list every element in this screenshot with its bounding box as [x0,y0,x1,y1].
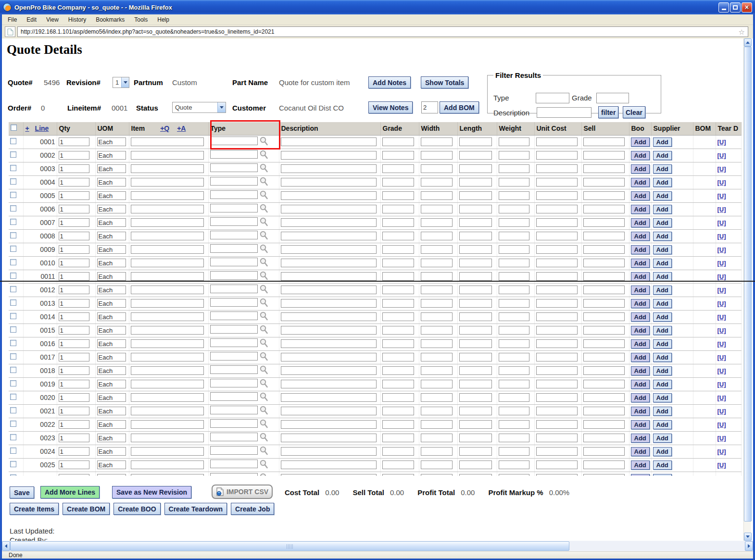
url-input[interactable]: http://192.168.1.101/asp/demo56/index.ph… [17,26,748,37]
add-boo-button[interactable]: Add [631,137,650,147]
filter-type-input[interactable] [536,93,569,103]
item-input[interactable] [131,164,204,173]
menu-item-bookmarks[interactable]: Bookmarks [92,15,128,24]
weight-input[interactable] [499,218,529,227]
grade-input[interactable] [382,286,414,294]
scroll-down-arrow[interactable] [744,533,752,541]
search-icon[interactable] [259,406,268,417]
add-boo-button[interactable]: Add [631,447,650,456]
row-checkbox[interactable] [10,407,16,413]
add-supplier-button[interactable]: Add [653,420,672,429]
menu-item-help[interactable]: Help [153,15,173,24]
item-input[interactable] [131,299,204,308]
row-checkbox[interactable] [10,259,16,265]
teardown-link[interactable]: [U] [717,138,726,146]
unit-cost-input[interactable] [536,339,578,348]
grade-input[interactable] [382,474,414,476]
view-notes-button[interactable]: View Notes [368,101,413,113]
unit-cost-input[interactable] [536,393,578,402]
row-checkbox[interactable] [10,219,16,225]
description-input[interactable] [281,299,377,308]
select-all-checkbox[interactable] [11,124,17,131]
type-input[interactable] [210,473,258,476]
search-icon[interactable] [259,460,268,471]
teardown-link[interactable]: [U] [717,408,726,415]
unit-cost-input[interactable] [536,259,578,267]
add-supplier-button[interactable]: Add [653,447,672,456]
grade-input[interactable] [382,259,414,267]
qty-input[interactable] [59,460,89,469]
weight-input[interactable] [499,137,529,146]
teardown-link[interactable]: [U] [717,300,726,307]
qty-input[interactable] [59,259,89,267]
sell-input[interactable] [583,205,625,213]
length-input[interactable] [459,218,492,227]
row-checkbox[interactable] [10,273,16,279]
sell-input[interactable] [583,232,625,240]
add-supplier-button[interactable]: Add [653,259,672,268]
width-input[interactable] [421,353,453,361]
description-input[interactable] [281,151,377,160]
uom-input[interactable] [97,164,126,173]
uom-input[interactable] [97,137,126,146]
length-input[interactable] [459,164,492,173]
teardown-link[interactable]: [U] [717,260,726,267]
add-supplier-button[interactable]: Add [653,164,672,174]
length-input[interactable] [459,232,492,240]
item-input[interactable] [131,312,204,321]
create-teardown-button[interactable]: Create Teardown [164,503,227,515]
filter-button[interactable]: filter [598,106,618,118]
qty-input[interactable] [59,366,89,375]
width-input[interactable] [421,366,453,375]
grade-input[interactable] [382,151,414,160]
qty-input[interactable] [59,339,89,348]
length-input[interactable] [459,339,492,348]
menu-item-file[interactable]: File [4,15,21,24]
search-icon[interactable] [259,217,268,228]
uom-input[interactable] [97,218,126,227]
add-notes-button[interactable]: Add Notes [368,76,411,88]
type-input[interactable] [210,419,258,428]
qty-input[interactable] [59,353,89,361]
item-input[interactable] [131,434,204,442]
unit-cost-input[interactable] [536,326,578,335]
grade-input[interactable] [382,407,414,415]
unit-cost-input[interactable] [536,137,578,146]
uom-input[interactable] [97,151,126,160]
add-supplier-button[interactable]: Add [653,205,672,214]
description-input[interactable] [281,137,377,146]
grade-input[interactable] [382,353,414,361]
type-input[interactable] [210,352,258,361]
grade-input[interactable] [382,178,414,187]
search-icon[interactable] [259,419,268,430]
item-input[interactable] [131,272,204,281]
item-input[interactable] [131,137,204,146]
grade-input[interactable] [382,232,414,240]
qty-input[interactable] [59,272,89,281]
horizontal-scrollbar[interactable] [2,541,753,551]
sell-input[interactable] [583,447,625,456]
teardown-link[interactable]: [U] [717,179,726,186]
uom-input[interactable] [97,205,126,213]
qty-input[interactable] [59,380,89,388]
sell-input[interactable] [583,272,625,281]
unit-cost-input[interactable] [536,299,578,308]
type-input[interactable] [210,244,258,253]
sell-input[interactable] [583,420,625,429]
qty-input[interactable] [59,151,89,160]
type-input[interactable] [210,311,258,320]
row-checkbox[interactable] [10,165,16,171]
teardown-link[interactable]: [U] [717,313,726,321]
add-supplier-button[interactable]: Add [653,474,672,476]
search-icon[interactable] [259,473,268,476]
width-input[interactable] [421,178,453,187]
sell-input[interactable] [583,474,625,476]
type-input[interactable] [210,217,258,226]
row-checkbox[interactable] [10,474,16,476]
plus-q-link[interactable]: +Q [160,124,169,132]
weight-input[interactable] [499,245,529,254]
teardown-link[interactable]: [U] [717,165,726,173]
type-input[interactable] [210,460,258,468]
search-icon[interactable] [259,190,268,201]
type-input[interactable] [210,177,258,186]
